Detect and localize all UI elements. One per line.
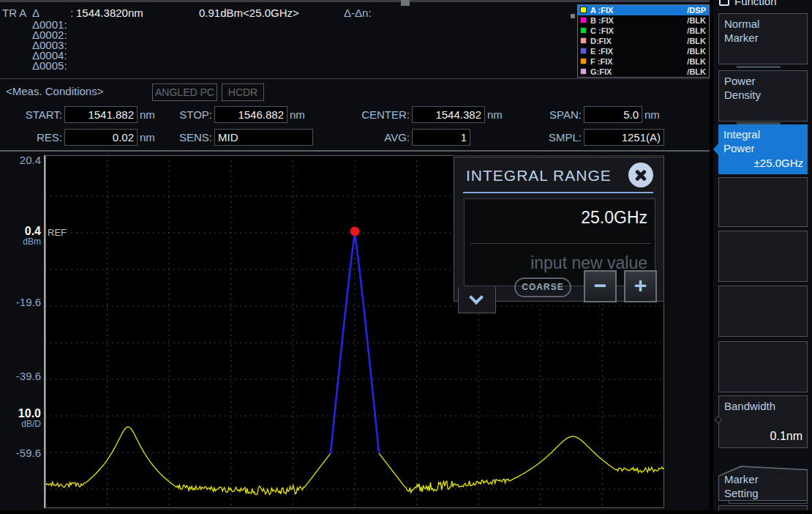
softkey-value: 0.1nm bbox=[770, 429, 802, 444]
chevron-down-icon bbox=[469, 290, 484, 305]
bottom-edge-strip bbox=[0, 510, 812, 514]
softkey-power-density[interactable]: Power Density bbox=[718, 70, 808, 122]
softkey-label: Density bbox=[724, 89, 802, 103]
increment-button[interactable]: + bbox=[624, 270, 657, 302]
ref-line-label: REF bbox=[48, 227, 69, 238]
osa-screen: TR A Δ : 1544.3820nm 0.91dBm<25.0GHz> Δ-… bbox=[0, 0, 812, 514]
softkey-marker-setting[interactable]: Marker Setting bbox=[718, 466, 808, 501]
expand-button[interactable] bbox=[458, 287, 496, 313]
softkey-label: Power bbox=[723, 142, 802, 156]
dialog-title: INTEGRAL RANGE bbox=[466, 167, 612, 185]
function-menu-label: Function bbox=[734, 0, 777, 7]
dialog-close-button[interactable] bbox=[628, 163, 653, 187]
softkey-sidebar: Function Normal Marker Power Density Int… bbox=[713, 0, 812, 514]
softkey-separator bbox=[737, 66, 781, 68]
softkey-empty-1[interactable] bbox=[718, 177, 808, 227]
function-menu-header: Function bbox=[719, 0, 810, 10]
decrement-button[interactable]: − bbox=[584, 270, 617, 302]
softkey-empty-4[interactable] bbox=[718, 341, 808, 392]
bandwidth-notch bbox=[714, 415, 722, 423]
softkey-label: Power bbox=[724, 75, 802, 89]
current-value: 25.0GHz bbox=[581, 208, 647, 228]
softkey-integral-power[interactable]: Integral Power ±25.0GHz bbox=[718, 124, 808, 174]
softkey-label: Integral bbox=[723, 128, 802, 142]
softkey-label: Normal bbox=[724, 18, 802, 31]
selected-wing-icon bbox=[713, 144, 718, 155]
softkey-label: Marker bbox=[724, 31, 802, 45]
softkey-empty-3[interactable] bbox=[718, 286, 808, 337]
dialog-title-underline bbox=[463, 192, 653, 193]
softkey-label: Setting bbox=[724, 487, 802, 501]
softkey-label: Bandwidth bbox=[724, 400, 802, 414]
coarse-button[interactable]: COARSE bbox=[514, 278, 571, 297]
input-separator bbox=[470, 243, 650, 244]
function-icon bbox=[719, 0, 729, 6]
softkey-bandwidth[interactable]: Bandwidth 0.1nm bbox=[718, 395, 808, 448]
main-panel: TR A Δ : 1544.3820nm 0.91dBm<25.0GHz> Δ-… bbox=[0, 0, 710, 514]
marker-setting-face: Marker Setting bbox=[719, 466, 807, 500]
softkey-normal-marker[interactable]: Normal Marker bbox=[718, 13, 808, 64]
softkey-label: Marker bbox=[724, 473, 802, 487]
softkey-empty-2[interactable] bbox=[718, 231, 808, 282]
integral-range-dialog: INTEGRAL RANGE 25.0GHz input new value C… bbox=[454, 157, 664, 302]
softkey-value: ±25.0GHz bbox=[754, 157, 803, 171]
